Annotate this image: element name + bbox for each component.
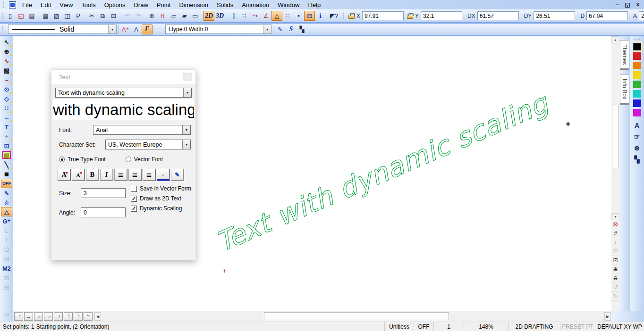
- status-layer[interactable]: 1: [433, 322, 464, 331]
- color-black[interactable]: [633, 43, 641, 50]
- close-button[interactable]: ×: [635, 1, 641, 8]
- wand-tool[interactable]: ☆: [1, 198, 12, 207]
- block-colors-icon[interactable]: ▚: [632, 155, 642, 164]
- menu-point[interactable]: Point: [153, 0, 175, 9]
- pick-icon[interactable]: △: [271, 11, 282, 21]
- menu-help[interactable]: Help: [304, 0, 325, 9]
- lock-x-icon[interactable]: [348, 15, 355, 19]
- color-swatch-tool[interactable]: ■: [1, 169, 12, 179]
- print-preview-icon[interactable]: ▧: [51, 11, 62, 21]
- layers-window-icon[interactable]: ⊟: [304, 11, 315, 21]
- palette-icon[interactable]: ⊛: [632, 143, 642, 153]
- status-mode[interactable]: 2D DRAFTING: [508, 322, 560, 331]
- grid-points-icon[interactable]: ∷: [239, 11, 250, 21]
- osnap-m2-button[interactable]: M2: [1, 264, 12, 273]
- osnap-m-button[interactable]: M: [1, 254, 12, 264]
- font-dropdown[interactable]: Arial ▼: [93, 125, 191, 135]
- menu-file[interactable]: File: [18, 0, 36, 9]
- osnap-i2-button[interactable]: I2: [1, 245, 12, 254]
- pixel-snap-icon[interactable]: ▪: [293, 11, 304, 21]
- status-zoom[interactable]: 148%: [464, 322, 508, 331]
- entity-pointer-icon[interactable]: ☞: [632, 132, 642, 141]
- status-preset[interactable]: PRESET PT: [560, 322, 595, 331]
- draw-2d-checkbox[interactable]: ✓ Draw as 2D Text: [131, 195, 191, 202]
- dialog-close-button[interactable]: x: [183, 73, 192, 81]
- chevron-down-icon[interactable]: ▼: [182, 125, 190, 134]
- width-sample-icon[interactable]: —: [153, 25, 163, 34]
- view-nw-steep-button[interactable]: →: [64, 312, 73, 321]
- text-content-dropdown[interactable]: Text with dynamic scaling ▼: [55, 88, 192, 98]
- drawn-text-entity[interactable]: Text with dynamic scaling: [212, 87, 553, 258]
- font-larger-button[interactable]: A: [58, 169, 70, 181]
- open-icon[interactable]: ◱: [16, 11, 26, 21]
- vertical-scroll-thumb[interactable]: [612, 105, 619, 168]
- array-tool[interactable]: ∷: [1, 103, 12, 113]
- truetype-radio[interactable]: [59, 157, 65, 162]
- erase-icon[interactable]: ⊠: [611, 220, 619, 229]
- bold-button[interactable]: B: [86, 169, 99, 181]
- angle-input[interactable]: [81, 207, 126, 217]
- coord-a-input[interactable]: [639, 11, 644, 20]
- chevron-down-icon[interactable]: ▼: [108, 25, 116, 33]
- scroll-right-button[interactable]: ▶: [604, 312, 611, 321]
- checkbox-box[interactable]: ✓: [131, 196, 137, 202]
- font-icon[interactable]: A: [131, 25, 142, 34]
- menu-solids[interactable]: Solids: [212, 0, 237, 9]
- view-ne-steep-button[interactable]: →: [54, 312, 63, 321]
- status-workplane[interactable]: DEFAULT XY WP: [595, 322, 644, 331]
- status-osnap[interactable]: OFF: [414, 322, 433, 331]
- coord-y-input[interactable]: [421, 11, 462, 20]
- line-style-dropdown[interactable]: Solid ▼: [8, 25, 117, 34]
- move-tool[interactable]: ⊕: [1, 47, 12, 56]
- drawing-canvas[interactable]: Text with dynamic scaling + + Text x Tex…: [13, 36, 611, 311]
- line-tool[interactable]: ╲: [1, 160, 12, 169]
- select-entity-tool[interactable]: ⇖: [1, 188, 12, 198]
- lock-y-icon[interactable]: [407, 15, 413, 19]
- coord-dy-input[interactable]: [534, 11, 575, 20]
- menu-dimension[interactable]: Dimension: [175, 0, 212, 9]
- size-input[interactable]: [81, 188, 126, 198]
- coord-d-input[interactable]: [586, 11, 628, 20]
- tile-horizontal-icon[interactable]: ▰: [179, 11, 190, 21]
- pick-style-button[interactable]: ✎: [171, 169, 184, 181]
- print-icon[interactable]: ▦: [40, 11, 51, 21]
- fill-toggle-button[interactable]: F: [142, 25, 153, 34]
- dimension-tool[interactable]: ↔: [1, 113, 12, 122]
- arc-tool[interactable]: ⌢: [1, 75, 12, 84]
- grid-lock2-button[interactable]: ⊞: [1, 282, 12, 292]
- color-orange[interactable]: [633, 62, 641, 69]
- hatch-tool[interactable]: ▨: [2, 151, 11, 159]
- box-3d-tool[interactable]: ▧: [1, 66, 12, 75]
- paste-icon[interactable]: ⊡: [108, 11, 119, 21]
- pan-icon[interactable]: ⊕: [146, 11, 157, 21]
- minimize-button[interactable]: −: [614, 1, 620, 8]
- pan-cross-icon[interactable]: +: [611, 238, 619, 247]
- horizontal-scroll-thumb[interactable]: [264, 312, 449, 320]
- spline-icon[interactable]: S: [286, 25, 297, 34]
- color-yellow[interactable]: [633, 71, 641, 79]
- checkbox-box[interactable]: ✓: [131, 206, 137, 212]
- polyline-tool[interactable]: ∿: [1, 56, 12, 66]
- coord-dx-input[interactable]: [477, 11, 519, 20]
- block-color-icon[interactable]: ▚: [297, 25, 307, 34]
- angle-snap-icon[interactable]: ∠: [261, 11, 271, 21]
- color-blue[interactable]: [633, 99, 641, 107]
- dynamic-scaling-checkbox[interactable]: ✓ Dynamic Scaling: [131, 205, 191, 212]
- scroll-up-button[interactable]: ▲: [611, 36, 619, 43]
- osnap-off-button[interactable]: OFF: [1, 179, 12, 188]
- save-vector-checkbox[interactable]: Save in Vector Form: [131, 185, 191, 192]
- help-pointer-icon[interactable]: ◤?: [329, 11, 339, 21]
- menu-draw[interactable]: Draw: [129, 0, 152, 9]
- color-magenta[interactable]: [633, 109, 641, 116]
- color-green[interactable]: [633, 81, 641, 88]
- chevron-down-icon[interactable]: ▼: [263, 25, 271, 33]
- mode-3d-button[interactable]: 3D: [214, 11, 225, 21]
- chevron-down-icon[interactable]: ▼: [183, 88, 191, 97]
- osnap-i-button[interactable]: I: [1, 235, 12, 245]
- status-units[interactable]: Unitless: [384, 322, 414, 331]
- new-icon[interactable]: ▯: [5, 11, 16, 21]
- info-icon[interactable]: ℹ: [315, 11, 326, 21]
- checkbox-box[interactable]: [131, 186, 137, 192]
- charset-dropdown[interactable]: US, Western Europe ▼: [105, 140, 191, 149]
- coord-x-input[interactable]: [362, 11, 404, 20]
